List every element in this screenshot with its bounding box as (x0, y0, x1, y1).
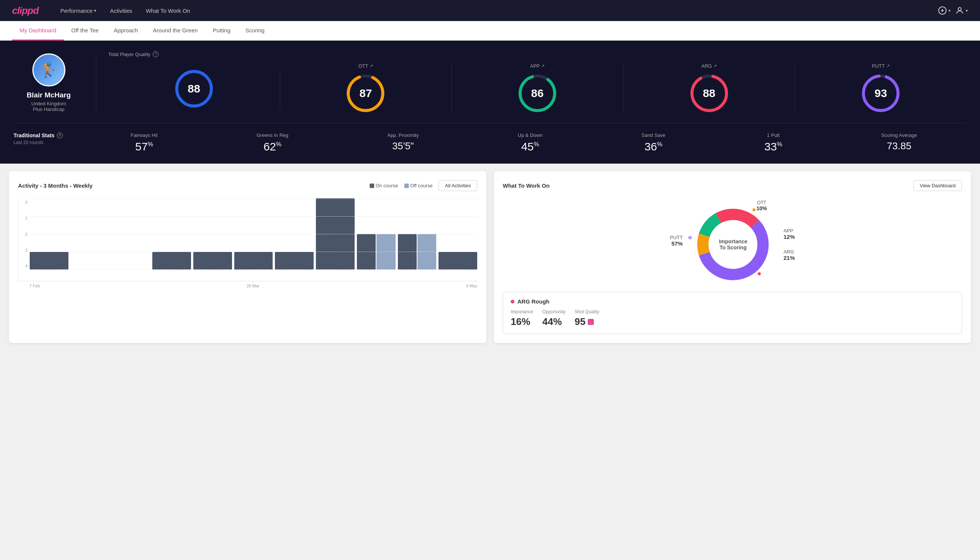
stats-section: Traditional Stats ? Last 20 rounds Fairw… (13, 123, 967, 153)
bar-group-1 (71, 269, 110, 270)
shot-quality-badge: ↓ (588, 319, 594, 325)
score-app: APP ↗ 86 (452, 63, 624, 114)
score-total-circle: 88 (173, 68, 215, 110)
bar-group-6 (275, 252, 314, 270)
bar-on-course (357, 234, 376, 270)
y-axis: 4 3 2 1 0 (18, 198, 27, 270)
donut-center: Importance To Scoring (719, 238, 747, 250)
user-profile-button[interactable]: ▾ (955, 6, 968, 15)
wtwo-title: What To Work On (503, 182, 549, 189)
sub-nav: My Dashboard Off the Tee Approach Around… (0, 21, 980, 41)
ott-donut-label: OTT 10% (756, 200, 767, 212)
hero-section: 🏌️ Blair McHarg United Kingdom Plus Hand… (0, 41, 980, 163)
arg-rough-dot (511, 300, 514, 303)
bar-group-8 (357, 234, 396, 270)
putt-dot (689, 236, 692, 239)
bar-group-0 (30, 252, 68, 270)
bar-on-course (30, 252, 68, 270)
tpq-help-icon[interactable]: ? (153, 51, 159, 57)
add-chevron-icon: ▾ (948, 8, 951, 13)
add-button[interactable]: ▾ (938, 6, 951, 15)
view-dashboard-button[interactable]: View Dashboard (913, 180, 962, 191)
score-app-circle: 86 (517, 73, 558, 114)
score-putt: PUTT ↗ 93 (795, 63, 967, 114)
donut-chart: Importance To Scoring OTT 10% (692, 203, 774, 286)
stat-scoring-avg: Scoring Average 73.85 (881, 132, 917, 153)
subnav-around-the-green[interactable]: Around the Green (146, 21, 205, 41)
subnav-my-dashboard[interactable]: My Dashboard (12, 21, 64, 41)
donut-left-labels: PUTT 57% (670, 220, 683, 269)
putt-pct: 57% (670, 240, 683, 247)
top-nav: clippd Performance ▾ Activities What To … (0, 0, 980, 21)
all-activities-button[interactable]: All Activities (438, 180, 477, 191)
chart-legend: On course Off course (369, 183, 433, 188)
stat-sand-save: Sand Save 36% (642, 132, 666, 153)
logo[interactable]: clippd (12, 5, 39, 17)
off-course-dot (404, 183, 409, 188)
bar-group-7 (316, 198, 354, 270)
legend-on-course: On course (369, 183, 398, 188)
bar-group-5 (234, 252, 273, 270)
subnav-putting[interactable]: Putting (205, 21, 238, 41)
app-label: APP (783, 228, 795, 233)
nav-activities[interactable]: Activities (103, 0, 139, 21)
score-arg: ARG ↗ 88 (624, 63, 795, 114)
bar-group-10 (438, 252, 477, 270)
x-label-feb: 7 Feb (29, 283, 40, 288)
subnav-approach[interactable]: Approach (106, 21, 145, 41)
avatar: 🏌️ (32, 53, 65, 87)
info-box-title: ARG Rough (511, 298, 954, 305)
stat-gir: Greens In Reg 62% (256, 132, 288, 153)
activity-card: Activity - 3 Months - Weekly On course O… (9, 171, 486, 343)
bar-on-course (316, 198, 354, 270)
stat-1-putt: 1 Putt 33% (765, 132, 782, 153)
bar-on-course (398, 234, 417, 270)
info-box: ARG Rough Importance 16% Opportunity 44%… (503, 292, 962, 334)
player-handicap: Plus Handicap (33, 107, 65, 112)
wtwo-card-header: What To Work On View Dashboard (503, 180, 962, 191)
bar-on-course (438, 252, 477, 270)
activity-chart-title: Activity - 3 Months - Weekly (18, 182, 93, 189)
user-chevron-icon: ▾ (966, 8, 968, 13)
donut-content: PUTT 57% (503, 203, 962, 286)
scores-section: Total Player Quality ? 88 (96, 51, 967, 114)
hero-top: 🏌️ Blair McHarg United Kingdom Plus Hand… (13, 51, 967, 114)
svg-point-3 (958, 8, 961, 10)
what-to-work-on-card: What To Work On View Dashboard PUTT 57% (494, 171, 971, 343)
info-metrics: Importance 16% Opportunity 44% Shot Qual… (511, 309, 954, 328)
trad-stats-label: Traditional Stats ? Last 20 rounds (13, 132, 81, 145)
x-label-mar: 28 Mar (246, 283, 259, 288)
nav-right: ▾ ▾ (938, 6, 968, 15)
x-label-may: 9 May (466, 283, 477, 288)
bar-on-course (275, 252, 314, 270)
bar-group-3 (152, 252, 191, 270)
bar-off-course (376, 234, 395, 270)
stat-up-down: Up & Down 45% (518, 132, 542, 153)
nav-what-to-work-on[interactable]: What To Work On (139, 0, 197, 21)
app-pct: 12% (783, 233, 795, 240)
subnav-off-the-tee[interactable]: Off the Tee (64, 21, 106, 41)
score-arg-circle: 88 (689, 73, 730, 114)
nav-links: Performance ▾ Activities What To Work On (54, 0, 197, 21)
x-labels: 7 Feb 28 Mar 9 May (18, 283, 477, 288)
activity-card-header: Activity - 3 Months - Weekly On course O… (18, 180, 477, 191)
score-total: 88 (108, 68, 280, 110)
tpq-title: Total Player Quality ? (108, 51, 967, 57)
legend-off-course: Off course (404, 183, 433, 188)
nav-performance[interactable]: Performance ▾ (54, 0, 103, 21)
subnav-scoring[interactable]: Scoring (238, 21, 272, 41)
stat-fairways-hit: Fairways Hit 57% (131, 132, 158, 153)
tradstats-help-icon[interactable]: ? (57, 132, 63, 138)
bar-group-9 (398, 234, 437, 270)
stat-app-proximity: App. Proximity 35'5" (387, 132, 419, 153)
bar-on-course (193, 252, 232, 270)
putt-trend-icon: ↗ (886, 63, 890, 68)
scores-row: 88 OTT ↗ 87 (108, 63, 967, 114)
arg-pct: 21% (783, 255, 795, 261)
score-ott: OTT ↗ 87 (280, 63, 452, 114)
player-country: United Kingdom (31, 101, 66, 107)
bottom-section: Activity - 3 Months - Weekly On course O… (0, 163, 980, 350)
bar-chart: 4 3 2 1 0 (18, 198, 477, 281)
score-ott-circle: 87 (345, 73, 386, 114)
bar-group-2 (111, 269, 150, 270)
